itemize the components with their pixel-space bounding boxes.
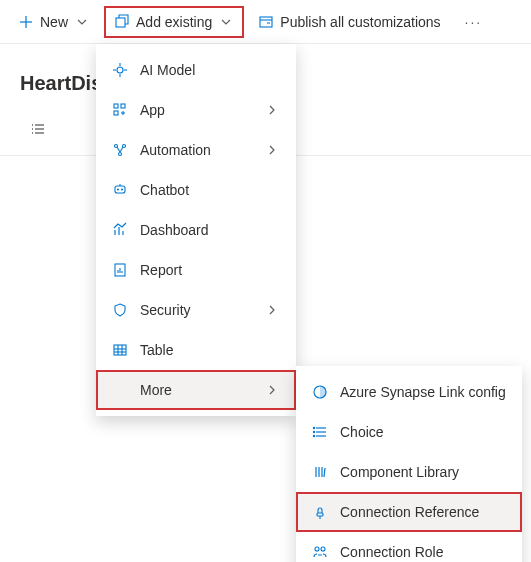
menu-label: Report (140, 262, 280, 278)
add-existing-icon (114, 14, 130, 30)
menu-label: Dashboard (140, 222, 280, 238)
shield-icon (112, 302, 128, 318)
chevron-right-icon (264, 142, 280, 158)
new-button[interactable]: New (8, 6, 100, 38)
chevron-right-icon (264, 102, 280, 118)
menu-item-chatbot[interactable]: Chatbot (96, 170, 296, 210)
svg-point-54 (315, 547, 319, 551)
publish-icon (258, 14, 274, 30)
svg-rect-19 (114, 111, 118, 115)
submenu-item-synapse[interactable]: Azure Synapse Link config (296, 372, 522, 412)
report-icon (112, 262, 128, 278)
svg-point-27 (118, 189, 119, 190)
new-label: New (40, 14, 68, 30)
menu-label: Security (140, 302, 252, 318)
menu-item-ai-model[interactable]: AI Model (96, 50, 296, 90)
chevron-right-icon (264, 302, 280, 318)
dashboard-icon (112, 222, 128, 238)
chevron-down-icon (218, 14, 234, 30)
submenu-label: Azure Synapse Link config (340, 384, 506, 400)
menu-item-report[interactable]: Report (96, 250, 296, 290)
overflow-menu-button[interactable]: ··· (455, 14, 493, 30)
svg-rect-17 (114, 104, 118, 108)
menu-label: Table (140, 342, 280, 358)
connection-reference-icon (312, 504, 328, 520)
svg-line-51 (324, 468, 325, 477)
svg-point-47 (313, 435, 314, 436)
svg-rect-2 (116, 18, 125, 27)
svg-point-28 (122, 189, 123, 190)
submenu-item-connection-role[interactable]: Connection Role (296, 532, 522, 562)
add-existing-button[interactable]: Add existing (104, 6, 244, 38)
svg-point-12 (117, 67, 123, 73)
menu-item-dashboard[interactable]: Dashboard (96, 210, 296, 250)
svg-rect-18 (121, 104, 125, 108)
chevron-right-icon (264, 382, 280, 398)
svg-rect-52 (317, 513, 323, 516)
menu-item-app[interactable]: App (96, 90, 296, 130)
publish-button[interactable]: Publish all customizations (248, 6, 450, 38)
svg-point-46 (313, 431, 314, 432)
menu-item-more[interactable]: More (96, 370, 296, 410)
component-library-icon (312, 464, 328, 480)
automation-icon (112, 142, 128, 158)
add-existing-dropdown: AI Model App Automation Chatbot Dashboar… (96, 44, 296, 416)
app-icon (112, 102, 128, 118)
submenu-item-component-library[interactable]: Component Library (296, 452, 522, 492)
chatbot-icon (112, 182, 128, 198)
ai-model-icon (112, 62, 128, 78)
menu-label: More (140, 382, 252, 398)
menu-item-automation[interactable]: Automation (96, 130, 296, 170)
menu-item-table[interactable]: Table (96, 330, 296, 370)
menu-label: Automation (140, 142, 252, 158)
menu-label: App (140, 102, 252, 118)
publish-label: Publish all customizations (280, 14, 440, 30)
submenu-item-connection-reference[interactable]: Connection Reference (296, 492, 522, 532)
svg-point-45 (313, 427, 314, 428)
submenu-label: Component Library (340, 464, 506, 480)
submenu-item-choice[interactable]: Choice (296, 412, 522, 452)
table-icon (112, 342, 128, 358)
plus-icon (18, 14, 34, 30)
menu-item-security[interactable]: Security (96, 290, 296, 330)
submenu-label: Connection Reference (340, 504, 506, 520)
submenu-label: Connection Role (340, 544, 506, 560)
svg-point-24 (119, 153, 122, 156)
menu-label: AI Model (140, 62, 280, 78)
synapse-icon (312, 384, 328, 400)
svg-rect-25 (115, 186, 125, 193)
more-submenu: Azure Synapse Link config Choice Compone… (296, 366, 522, 562)
choice-icon (312, 424, 328, 440)
svg-rect-36 (114, 345, 126, 355)
command-bar: New Add existing Publish all customizati… (0, 0, 531, 44)
list-view-icon[interactable] (30, 121, 46, 137)
svg-point-55 (321, 547, 325, 551)
connection-role-icon (312, 544, 328, 560)
chevron-down-icon (74, 14, 90, 30)
menu-label: Chatbot (140, 182, 280, 198)
submenu-label: Choice (340, 424, 506, 440)
add-existing-label: Add existing (136, 14, 212, 30)
svg-rect-3 (260, 17, 272, 27)
